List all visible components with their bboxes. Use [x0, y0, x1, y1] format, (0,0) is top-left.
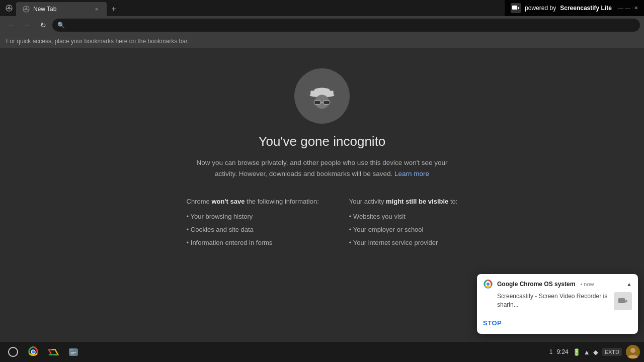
svg-rect-16: [314, 101, 320, 105]
wont-save-list: Your browsing history Cookies and site d…: [187, 210, 319, 249]
back-button[interactable]: ←: [4, 18, 18, 32]
svg-rect-30: [71, 353, 74, 354]
forward-button[interactable]: →: [20, 18, 34, 32]
notification-popup: Google Chrome OS system • now ▲ Screenca…: [477, 274, 638, 334]
taskbar-chrome-icon[interactable]: [25, 344, 41, 360]
list-item: Websites you visit: [349, 210, 458, 223]
svg-marker-1: [518, 7, 519, 10]
svg-point-20: [487, 283, 490, 286]
bookmarks-bar-text: For quick access, place your bookmarks h…: [6, 38, 189, 45]
svg-line-11: [27, 10, 29, 11]
taskbar-num: 1: [549, 348, 553, 355]
svg-point-8: [25, 8, 27, 10]
svg-rect-0: [512, 6, 517, 10]
screencastify-logo-icon: [511, 3, 521, 13]
address-search-icon: 🔍: [57, 22, 65, 29]
refresh-button[interactable]: ↻: [36, 18, 50, 32]
list-item: Information entered in forms: [187, 236, 319, 249]
notification-time: • now: [580, 281, 594, 287]
taskbar-time: 9:24: [556, 348, 568, 355]
screencastify-close[interactable]: ×: [634, 5, 638, 12]
list-item: Your internet service provider: [349, 236, 458, 249]
svg-rect-28: [69, 349, 73, 351]
new-tab-button[interactable]: +: [107, 2, 121, 16]
svg-rect-17: [324, 101, 330, 105]
wont-save-column: Chrome won't save the following informat…: [187, 195, 319, 249]
network-icon: ◆: [593, 348, 598, 356]
extd-badge: EXTD: [602, 348, 622, 356]
notification-actions: STOP: [477, 314, 638, 334]
might-visible-title: Your activity might still be visible to:: [349, 195, 458, 208]
svg-point-14: [314, 87, 330, 93]
incognito-description: Now you can browse privately, and other …: [196, 157, 448, 179]
might-visible-list: Websites you visit Your employer or scho…: [349, 210, 458, 249]
stop-sharing-button[interactable]: STOP: [483, 317, 502, 329]
taskbar: 1 9:24 🔋 ▲ ◆ EXTD: [0, 342, 644, 362]
taskbar-files-icon[interactable]: [65, 344, 82, 360]
tab-title: New Tab: [33, 6, 56, 13]
notification-thumbnail: [614, 292, 632, 310]
notification-expand-button[interactable]: ▲: [626, 281, 632, 287]
svg-rect-21: [618, 298, 625, 303]
battery-icon: 🔋: [573, 348, 581, 356]
svg-line-10: [24, 10, 26, 11]
svg-marker-22: [625, 300, 627, 303]
learn-more-link[interactable]: Learn more: [394, 170, 429, 177]
incognito-title: You've gone incognito: [259, 134, 386, 149]
screencastify-powered-by: powered by: [525, 5, 556, 12]
might-visible-column: Your activity might still be visible to:…: [349, 195, 458, 249]
chrome-menu-icon[interactable]: [4, 3, 14, 13]
tab-favicon: [22, 5, 30, 13]
list-item: Cookies and site data: [187, 223, 319, 236]
tab-close-button[interactable]: ×: [93, 5, 101, 13]
notification-body: Screencastify - Screen Video Recorder is…: [477, 291, 638, 314]
user-avatar[interactable]: [626, 345, 640, 359]
taskbar-launcher-icon[interactable]: [5, 344, 21, 360]
bookmarks-bar: For quick access, place your bookmarks h…: [0, 34, 644, 48]
notification-text: Screencastify - Screen Video Recorder is…: [497, 292, 610, 309]
svg-point-25: [31, 350, 35, 354]
taskbar-status-icons: 🔋 ▲ ◆: [573, 348, 598, 356]
list-item: Your browsing history: [187, 210, 319, 223]
tab-new-tab[interactable]: New Tab ×: [16, 2, 107, 16]
notification-chrome-icon: [483, 279, 493, 289]
notification-header: Google Chrome OS system • now ▲: [477, 274, 638, 291]
svg-point-32: [630, 348, 635, 353]
notification-source: Google Chrome OS system: [497, 281, 575, 288]
screencastify-brand: Screencastify Lite: [560, 5, 612, 12]
info-columns: Chrome won't save the following informat…: [187, 195, 458, 249]
svg-point-3: [8, 7, 11, 10]
incognito-icon: [294, 68, 350, 124]
window-controls-left: [4, 3, 14, 13]
svg-point-23: [9, 347, 18, 356]
address-bar[interactable]: 🔍: [52, 19, 640, 32]
screencastify-overlay: powered by Screencastify Lite — — ×: [505, 0, 644, 16]
nav-bar: ← → ↻ 🔍: [0, 16, 644, 34]
wont-save-title: Chrome won't save the following informat…: [187, 195, 319, 208]
wifi-icon: ▲: [584, 348, 590, 356]
list-item: Your employer or school: [349, 223, 458, 236]
svg-rect-29: [71, 352, 76, 353]
taskbar-right: 1 9:24 🔋 ▲ ◆ EXTD: [549, 345, 640, 359]
taskbar-drive-icon[interactable]: [45, 344, 61, 360]
